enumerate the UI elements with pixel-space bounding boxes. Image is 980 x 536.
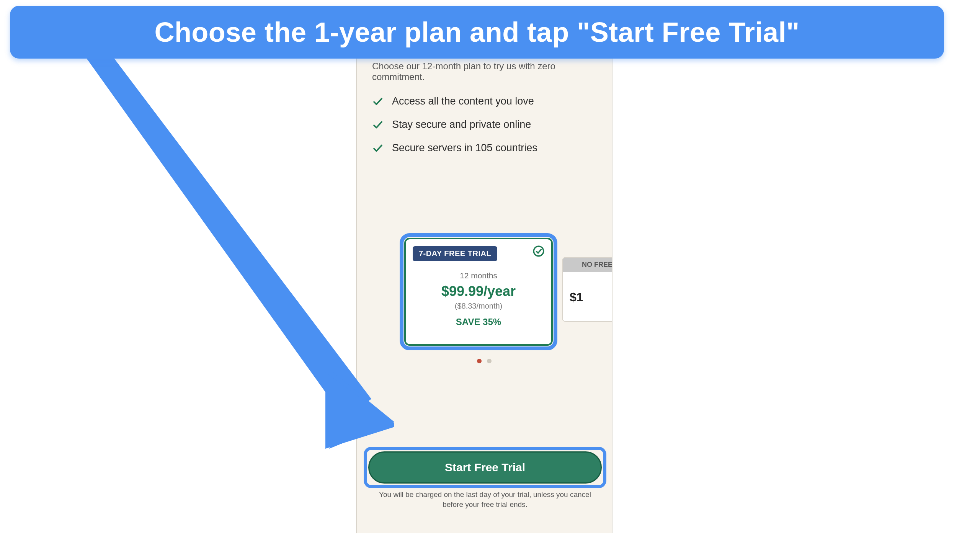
carousel-dot-active[interactable] (477, 359, 482, 363)
plan-price: $99.99/year (413, 283, 544, 299)
plan-duration: 12 months (413, 271, 544, 280)
benefit-text: Stay secure and private online (392, 119, 531, 131)
carousel-dots (357, 359, 612, 363)
annotation-arrow-icon (50, 39, 394, 449)
list-item: Secure servers in 105 countries (372, 142, 596, 154)
plan-card-12month[interactable]: 7-DAY FREE TRIAL 12 months $99.99/year (… (404, 238, 553, 346)
plan-badge: 7-DAY FREE TRIAL (413, 246, 497, 261)
plan-price-secondary: $1 (563, 272, 612, 304)
annotation-banner: Choose the 1-year plan and tap "Start Fr… (10, 6, 944, 59)
benefit-text: Access all the content you love (392, 95, 534, 107)
cta-label: Start Free Trial (445, 461, 525, 474)
disclaimer-text: You will be charged on the last day of y… (368, 490, 602, 509)
svg-point-3 (534, 246, 544, 256)
benefit-text: Secure servers in 105 countries (392, 142, 537, 154)
annotation-text: Choose the 1-year plan and tap "Start Fr… (154, 16, 799, 48)
list-item: Access all the content you love (372, 95, 596, 107)
start-free-trial-button[interactable]: Start Free Trial (368, 451, 602, 484)
plan-subheading: Choose our 12-month plan to try us with … (372, 61, 596, 82)
carousel-dot[interactable] (487, 359, 492, 363)
check-icon (372, 142, 384, 154)
plan-monthly: ($8.33/month) (413, 302, 544, 310)
plan-save: SAVE 35% (413, 317, 544, 327)
app-screenshot: Choose our 12-month plan to try us with … (356, 59, 612, 533)
plan-badge-secondary: NO FREE T (563, 258, 612, 272)
check-icon (372, 119, 384, 131)
svg-marker-0 (73, 39, 371, 419)
check-icon (372, 96, 384, 107)
benefit-list: Access all the content you love Stay sec… (372, 95, 596, 154)
list-item: Stay secure and private online (372, 119, 596, 131)
selected-check-icon (532, 245, 545, 258)
plan-card-secondary[interactable]: NO FREE T $1 (562, 257, 612, 322)
